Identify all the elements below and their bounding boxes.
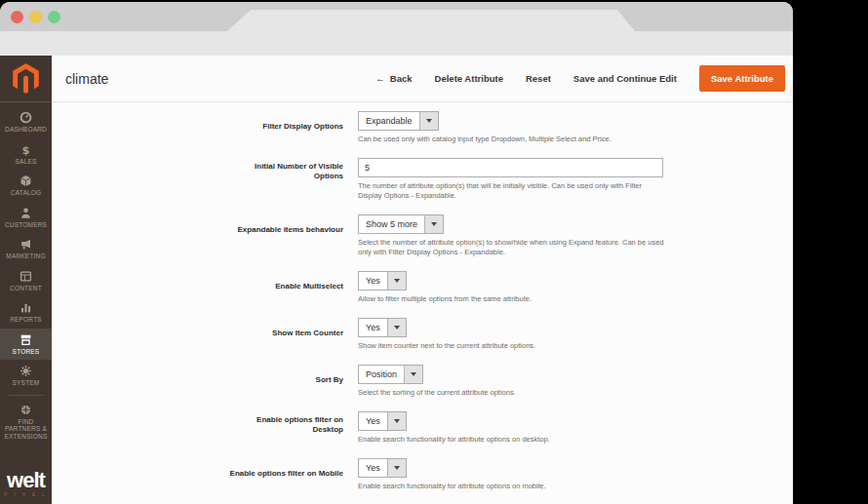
save-attribute-button[interactable]: Save Attribute bbox=[699, 65, 785, 92]
chevron-down-icon bbox=[387, 319, 406, 336]
sidebar-item-marketing[interactable]: MARKETING bbox=[0, 233, 52, 265]
sidebar-item-label: REPORTS bbox=[10, 316, 42, 324]
storefront-icon bbox=[20, 333, 32, 346]
field-note: Show item counter next to the current at… bbox=[358, 341, 665, 351]
back-button[interactable]: ←Back bbox=[375, 73, 412, 84]
form-row-show-item-counter: Show Item Counter Yes Show item counter … bbox=[52, 317, 793, 351]
enable-multiselect-select[interactable]: Yes bbox=[358, 271, 407, 291]
sidebar-item-dashboard[interactable]: DASHBOARD bbox=[0, 106, 52, 138]
select-value: Yes bbox=[359, 459, 387, 477]
field-label: Enable options filter on Mobile bbox=[230, 469, 343, 479]
form-row-initial-visible-options: Initial Number of Visi­ble Options The n… bbox=[52, 157, 793, 201]
svg-text:$: $ bbox=[22, 143, 30, 156]
page-header: climate ←Back Delete Attribute Reset Sav… bbox=[52, 56, 793, 102]
field-label: Expandable items be­haviour bbox=[238, 225, 343, 235]
header-actions: ←Back Delete Attribute Reset Save and Co… bbox=[375, 65, 793, 92]
sidebar-item-content[interactable]: CONTENT bbox=[0, 265, 52, 297]
filter-display-options-select[interactable]: Expandable bbox=[358, 111, 439, 131]
field-label: Show Item Counter bbox=[272, 329, 343, 338]
sidebar-item-reports[interactable]: REPORTS bbox=[0, 296, 52, 329]
sidebar-item-label: SYSTEM bbox=[13, 379, 40, 387]
field-note: Enable search functionality for attribut… bbox=[358, 482, 665, 491]
chevron-down-icon bbox=[387, 272, 406, 290]
sidebar-item-catalog[interactable]: CATALOG bbox=[0, 170, 52, 202]
field-label: Enable Multiselect bbox=[275, 282, 343, 291]
select-value: Yes bbox=[359, 412, 387, 430]
field-label: Initial Number of Visi­ble Options bbox=[228, 162, 343, 181]
gear-icon bbox=[20, 365, 32, 377]
sidebar-item-system[interactable]: SYSTEM bbox=[0, 360, 52, 392]
dollar-icon: $ bbox=[20, 143, 32, 156]
weltpixel-logo-sub: P I X E L bbox=[0, 491, 52, 498]
select-value: Expandable bbox=[359, 112, 419, 130]
weltpixel-logo-name: welt bbox=[0, 470, 52, 491]
sort-by-select[interactable]: Position bbox=[358, 365, 423, 384]
form-row-options-filter-desktop: Enable options filter on Desktop Yes Ena… bbox=[52, 410, 793, 445]
sidebar-item-label: STORES bbox=[13, 348, 40, 356]
delete-attribute-button[interactable]: Delete Attribute bbox=[435, 73, 503, 84]
select-value: Yes bbox=[359, 319, 387, 336]
close-window-button[interactable] bbox=[11, 11, 23, 23]
browser-tabbar bbox=[0, 2, 793, 31]
options-filter-mobile-select[interactable]: Yes bbox=[358, 458, 407, 478]
sidebar-item-label: CUSTOMERS bbox=[5, 221, 47, 229]
attribute-form: Filter Display Options Expandable Can be… bbox=[52, 102, 793, 504]
box-icon bbox=[20, 174, 32, 187]
stage: DASHBOARD $ SALES CATALOG bbox=[0, 0, 868, 504]
sidebar-item-label: CONTENT bbox=[10, 285, 42, 292]
form-row-filter-display-options: Filter Display Options Expandable Can be… bbox=[52, 110, 793, 144]
sidebar-item-find-partners-extensions[interactable]: FIND PARTNERS & EXTENSIONS bbox=[0, 399, 52, 446]
admin-sidebar: DASHBOARD $ SALES CATALOG bbox=[0, 56, 52, 504]
back-arrow-icon: ← bbox=[375, 73, 385, 84]
gauge-icon bbox=[20, 111, 32, 124]
magento-logo-icon bbox=[13, 63, 39, 94]
chevron-down-icon bbox=[419, 112, 438, 130]
main-area: climate ←Back Delete Attribute Reset Sav… bbox=[52, 56, 793, 504]
sidebar-divider bbox=[9, 395, 43, 396]
browser-addressbar bbox=[0, 31, 793, 56]
sidebar-menu: DASHBOARD $ SALES CATALOG bbox=[0, 106, 52, 445]
browser-tab bbox=[227, 10, 635, 31]
megaphone-icon bbox=[20, 238, 32, 251]
page-title: climate bbox=[52, 71, 108, 87]
field-label: Sort By bbox=[316, 375, 343, 385]
field-note: Enable search functionality for attribut… bbox=[358, 435, 665, 445]
field-note: Allow to filter multiple options from th… bbox=[358, 294, 665, 304]
field-label: Filter Display Options bbox=[262, 122, 343, 132]
show-item-counter-select[interactable]: Yes bbox=[358, 318, 407, 337]
sidebar-item-customers[interactable]: CUSTOMERS bbox=[0, 202, 52, 234]
sidebar-item-label: MARKETING bbox=[6, 252, 45, 260]
sidebar-item-label: CATALOG bbox=[11, 189, 42, 197]
form-row-options-filter-mobile: Enable options filter on Mobile Yes Enab… bbox=[52, 457, 793, 491]
person-icon bbox=[20, 207, 32, 219]
sidebar-item-label: FIND PARTNERS & EXTENSIONS bbox=[1, 418, 51, 441]
magento-logo[interactable] bbox=[0, 56, 52, 102]
reset-button[interactable]: Reset bbox=[526, 73, 551, 84]
expandable-items-behaviour-select[interactable]: Show 5 more bbox=[358, 214, 444, 234]
options-filter-desktop-select[interactable]: Yes bbox=[358, 411, 407, 431]
weltpixel-logo: welt P I X E L bbox=[0, 466, 52, 504]
chevron-down-icon bbox=[404, 366, 422, 383]
minimize-window-button[interactable] bbox=[29, 11, 42, 23]
initial-visible-options-input[interactable] bbox=[358, 158, 663, 177]
select-value: Position bbox=[359, 366, 404, 383]
form-row-expandable-items-behaviour: Expandable items be­haviour Show 5 more … bbox=[52, 213, 793, 257]
chevron-down-icon bbox=[387, 412, 406, 430]
save-and-continue-button[interactable]: Save and Continue Edit bbox=[573, 73, 677, 84]
maximize-window-button[interactable] bbox=[48, 11, 60, 23]
select-value: Yes bbox=[359, 272, 387, 290]
field-label: Enable options filter on Desktop bbox=[228, 415, 343, 435]
sidebar-item-sales[interactable]: $ SALES bbox=[0, 138, 52, 171]
field-note: The number of attribute option(s) that w… bbox=[358, 181, 665, 201]
layout-icon bbox=[20, 270, 32, 283]
sidebar-item-stores[interactable]: STORES bbox=[0, 329, 52, 361]
extensions-icon bbox=[20, 404, 32, 416]
sidebar-item-label: DASHBOARD bbox=[5, 126, 47, 134]
field-note: Select the sorting of the current attrib… bbox=[358, 388, 665, 398]
form-row-enable-multiselect: Enable Multiselect Yes Allow to filter m… bbox=[52, 270, 793, 304]
chevron-down-icon bbox=[424, 215, 443, 233]
select-value: Show 5 more bbox=[359, 215, 424, 233]
browser-window: DASHBOARD $ SALES CATALOG bbox=[0, 2, 793, 504]
sidebar-item-label: SALES bbox=[16, 158, 37, 166]
chevron-down-icon bbox=[387, 459, 406, 477]
